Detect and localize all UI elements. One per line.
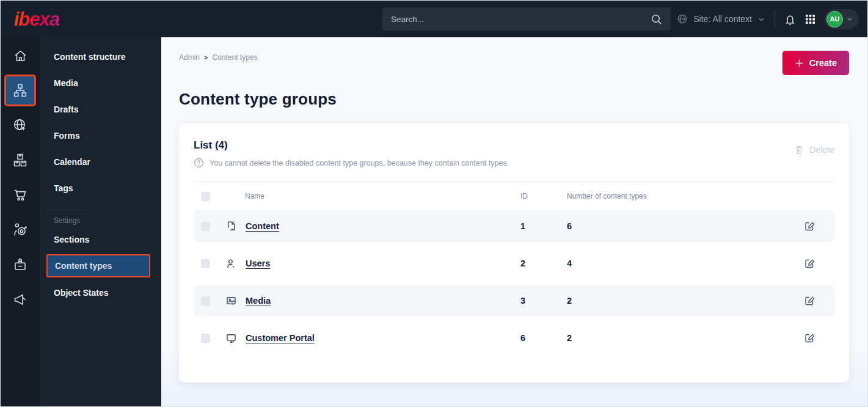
app-grid-icon[interactable] [805, 14, 815, 24]
sidebar-item-drafts[interactable]: Drafts [40, 96, 161, 122]
edit-icon[interactable] [803, 331, 827, 345]
row-checkbox[interactable] [201, 334, 210, 343]
group-name-link[interactable]: Customer Portal [246, 333, 315, 343]
settings-group-label: Settings [40, 210, 161, 226]
col-header-count: Number of content types [567, 192, 803, 200]
admin-badge-icon[interactable] [6, 251, 34, 279]
group-count: 2 [567, 296, 803, 306]
product-catalog-icon[interactable] [6, 146, 34, 174]
sidebar-item-content-structure[interactable]: Content structure [40, 43, 161, 70]
notifications-bell-icon[interactable] [784, 13, 796, 25]
table-row: Customer Portal 6 2 [194, 322, 834, 354]
create-button-label: Create [809, 58, 837, 68]
sidebar-menu-top: Content structureMediaDraftsFormsCalenda… [40, 43, 161, 201]
personalization-icon[interactable] [6, 216, 34, 244]
group-name-link[interactable]: Media [246, 296, 271, 306]
topbar: ibexa Site: All context AU [1, 1, 867, 37]
sidebar-item-sections[interactable]: Sections [40, 226, 161, 252]
list-note: You cannot delete the disabled content t… [210, 159, 509, 167]
row-checkbox[interactable] [201, 259, 210, 268]
group-id: 2 [520, 258, 567, 268]
sidebar-item-media[interactable]: Media [40, 70, 161, 96]
topbar-right: Site: All context AU [677, 1, 859, 37]
col-header-id: ID [520, 192, 567, 200]
breadcrumb-admin[interactable]: Admin [179, 53, 200, 62]
site-context-selector[interactable]: Site: All context [677, 13, 765, 24]
sidebar-item-forms[interactable]: Forms [40, 122, 161, 148]
content-structure-icon[interactable] [6, 76, 34, 105]
table-header: Name ID Number of content types [194, 182, 834, 210]
search-icon[interactable] [651, 13, 662, 25]
group-id: 3 [520, 296, 567, 306]
commerce-icon[interactable] [6, 181, 34, 209]
global-search [382, 7, 671, 31]
list-panel: List (4) You cannot delete the disabled … [179, 123, 849, 383]
group-id: 6 [520, 333, 567, 343]
table-body: Content 1 6 Users 2 4 Media 3 2 [194, 210, 834, 354]
create-button[interactable]: Create [782, 51, 849, 75]
delete-button-label: Delete [810, 145, 834, 155]
breadcrumb-content-types[interactable]: Content types [212, 53, 257, 62]
avatar: AU [826, 11, 843, 28]
marketing-icon[interactable] [6, 285, 34, 314]
group-name-link[interactable]: Content [246, 221, 279, 231]
help-icon [194, 158, 204, 168]
chevron-down-icon [757, 15, 765, 23]
home-icon[interactable] [6, 42, 34, 70]
breadcrumb-separator: > [204, 54, 208, 61]
sidebar-menu: Content structureMediaDraftsFormsCalenda… [40, 37, 161, 406]
row-checkbox[interactable] [201, 222, 210, 231]
list-heading: List (4) [194, 139, 509, 152]
col-header-name: Name [225, 192, 520, 200]
edit-icon[interactable] [803, 257, 827, 270]
edit-icon[interactable] [803, 219, 827, 233]
sidebar-item-content-types[interactable]: Content types [46, 254, 150, 277]
topbar-divider [775, 11, 775, 27]
main-content: Admin > Content types Create Content typ… [161, 37, 867, 406]
chevron-down-icon [846, 15, 853, 23]
delete-button[interactable]: Delete [794, 144, 834, 155]
ibexa-logo[interactable]: ibexa [14, 9, 59, 31]
globe-icon [677, 13, 688, 24]
site-context-label: Site: All context [693, 14, 752, 24]
edit-icon[interactable] [803, 294, 827, 307]
table-row: Users 2 4 [194, 248, 834, 279]
page-title: Content type groups [161, 75, 867, 109]
group-count: 2 [567, 333, 803, 343]
sidebar-item-tags[interactable]: Tags [40, 175, 161, 201]
breadcrumb: Admin > Content types [179, 51, 258, 62]
user-icon [225, 258, 237, 270]
plus-icon [795, 59, 804, 68]
group-count: 6 [567, 221, 803, 231]
group-name-link[interactable]: Users [246, 258, 270, 268]
site-icon[interactable] [6, 111, 34, 139]
file-icon [225, 221, 237, 232]
table-row: Media 3 2 [194, 285, 834, 317]
sidebar-item-object-states[interactable]: Object States [40, 279, 161, 306]
row-checkbox[interactable] [201, 296, 210, 306]
sidebar-menu-settings: SectionsContent typesObject States [40, 226, 161, 306]
trash-icon [794, 144, 804, 155]
user-menu[interactable]: AU [825, 9, 859, 29]
group-id: 1 [520, 221, 567, 231]
sidebar-item-calendar[interactable]: Calendar [40, 148, 161, 175]
table-row: Content 1 6 [194, 210, 834, 242]
select-all-checkbox[interactable] [201, 192, 210, 201]
image-icon [225, 295, 237, 307]
icon-rail [1, 37, 40, 406]
group-count: 4 [567, 258, 803, 268]
monitor-icon [225, 332, 237, 344]
search-input[interactable] [391, 15, 651, 24]
